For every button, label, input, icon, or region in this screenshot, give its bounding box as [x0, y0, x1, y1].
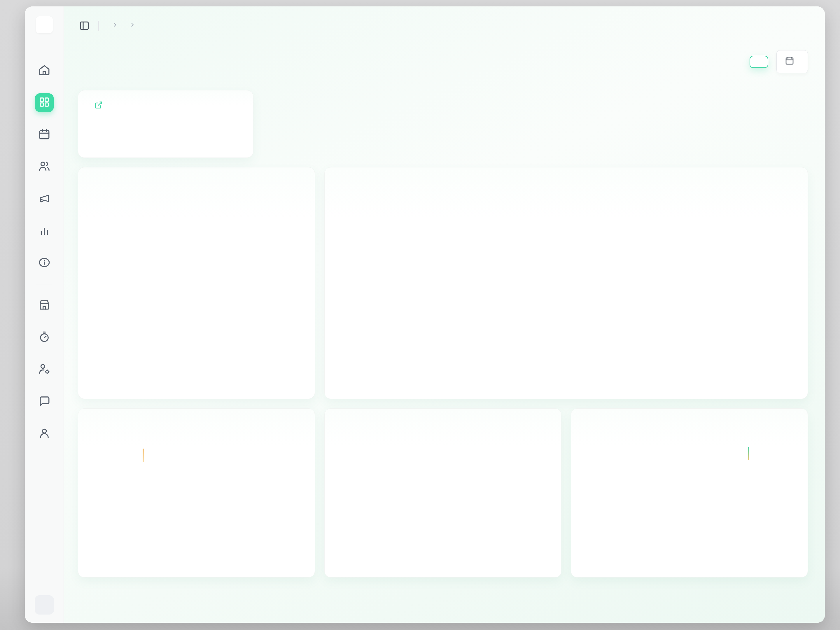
chevron-right-icon [111, 21, 118, 30]
sidebar-item-profile[interactable] [35, 425, 54, 443]
total-services-column [702, 437, 795, 485]
topbar [78, 17, 808, 34]
calendar-icon [38, 128, 51, 142]
sidebar-item-home[interactable] [35, 61, 54, 80]
service-volume-area-chart [337, 191, 565, 388]
sidebar-item-staff[interactable] [35, 360, 54, 379]
service-revenue-area-chart [568, 191, 795, 388]
header-actions [750, 50, 808, 73]
megaphone-icon [38, 192, 51, 205]
sidebar-item-timer[interactable] [35, 328, 54, 347]
app-window [25, 6, 825, 623]
kpi-grid [78, 90, 808, 158]
topbar-divider [98, 21, 99, 31]
customer-flow-bar-chart [90, 215, 302, 388]
customer-distribution-column [197, 441, 303, 481]
sidebar-item-customers[interactable] [35, 158, 54, 176]
main-content [64, 6, 825, 623]
divider [337, 429, 549, 429]
external-link-icon[interactable] [95, 101, 103, 110]
sidebar-item-dashboard[interactable] [35, 93, 54, 112]
info-icon [38, 256, 51, 270]
sidebar-item-info[interactable] [35, 254, 54, 272]
app-logo[interactable] [36, 16, 53, 33]
sidebar-item-marketing[interactable] [35, 189, 54, 208]
divider [90, 429, 302, 429]
customer-flow-card [78, 167, 315, 399]
sidebar-item-store[interactable] [35, 296, 54, 315]
store-icon [38, 298, 51, 312]
service-trends-card [324, 167, 808, 399]
kpi-sparkline [158, 106, 245, 150]
page-header [78, 50, 808, 73]
sidebar-divider [36, 284, 52, 284]
date-range-picker[interactable] [777, 50, 808, 73]
user-icon [38, 427, 51, 441]
positive-review-donut-chart [449, 443, 545, 540]
calendar-icon [785, 56, 794, 67]
chevron-right-icon [129, 21, 136, 30]
timer-icon [38, 331, 51, 344]
export-report-button[interactable] [750, 56, 768, 68]
sidebar-item-messages[interactable] [35, 392, 54, 411]
age-distribution-pie [143, 448, 144, 462]
age-distribution-column [90, 441, 197, 481]
bar-chart-icon [38, 224, 51, 238]
user-settings-icon [38, 363, 51, 376]
kpi-card-appointments [78, 90, 253, 158]
dashboard-grid-icon [38, 96, 51, 109]
sidebar-footer [35, 595, 54, 614]
service-sales-pie [748, 447, 749, 460]
users-icon [38, 160, 51, 174]
sidebar-nav [35, 61, 54, 443]
chat-icon [38, 395, 51, 408]
service-sales-card [571, 408, 808, 578]
sidebar-item-calendar[interactable] [35, 125, 54, 144]
quality-dimension-card [324, 408, 562, 578]
service-sales-legend [583, 437, 702, 485]
sidebar [25, 6, 64, 623]
home-icon [38, 64, 51, 77]
divider [583, 429, 795, 429]
user-profile-card [78, 408, 315, 578]
breadcrumb [106, 21, 141, 30]
theme-toggle-button[interactable] [35, 595, 54, 614]
sidebar-item-analytics[interactable] [35, 222, 54, 240]
sidebar-toggle-button[interactable] [78, 19, 91, 32]
